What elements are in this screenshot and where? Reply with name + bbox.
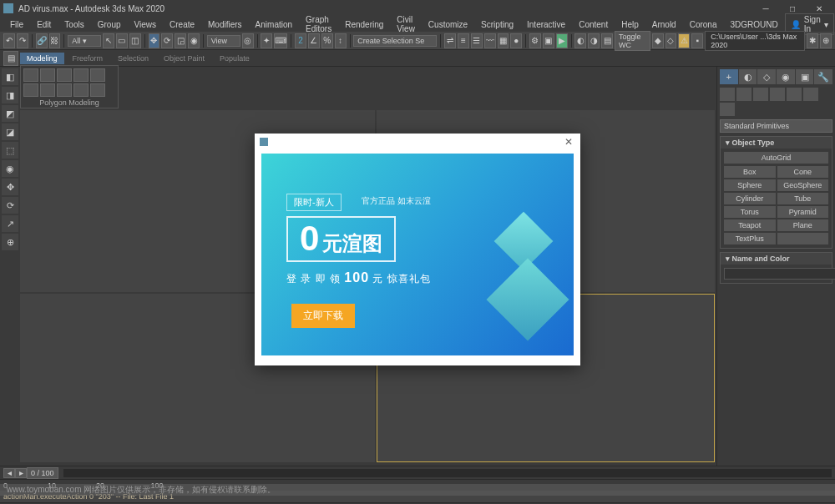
- menu-file[interactable]: File: [3, 18, 30, 31]
- create-tab[interactable]: +: [720, 69, 738, 84]
- keyboard-icon[interactable]: ⌨: [274, 33, 287, 48]
- menu-civil-view[interactable]: Civil View: [390, 13, 422, 35]
- poly-btn-6[interactable]: [23, 83, 38, 97]
- poly-btn-7[interactable]: [40, 83, 55, 97]
- menu-customize[interactable]: Customize: [422, 18, 474, 31]
- minimize-button[interactable]: ─: [753, 1, 778, 16]
- render-frame-icon[interactable]: ▣: [543, 33, 554, 48]
- menu-modifiers[interactable]: Modifiers: [201, 18, 249, 31]
- tab-modeling[interactable]: Modeling: [20, 53, 64, 64]
- timeline[interactable]: ◂ ▸ 0 / 100: [0, 466, 835, 479]
- menu-group[interactable]: Group: [91, 18, 128, 31]
- lt-icon-2[interactable]: ◨: [2, 87, 18, 103]
- prim-plane[interactable]: Plane: [777, 219, 829, 231]
- manipulate-icon[interactable]: ✦: [261, 33, 272, 48]
- layer-icon[interactable]: ☰: [471, 33, 483, 48]
- rotate-icon[interactable]: ⟳: [161, 33, 173, 48]
- lt-icon-4[interactable]: ◪: [2, 123, 18, 140]
- lt-icon-10[interactable]: ⊕: [2, 234, 18, 250]
- curve-editor-icon[interactable]: 〰: [484, 33, 496, 48]
- rollout-name-color[interactable]: ▾ Name and Color: [721, 253, 832, 265]
- menu-scripting[interactable]: Scripting: [474, 18, 520, 31]
- render-icon[interactable]: ▶: [556, 33, 568, 48]
- move-icon[interactable]: ✥: [149, 33, 160, 48]
- tool-d-icon[interactable]: ✱: [807, 33, 818, 48]
- poly-btn-2[interactable]: [40, 68, 55, 82]
- ribbon-toggle-icon[interactable]: ▤: [3, 51, 18, 66]
- menu-rendering[interactable]: Rendering: [338, 18, 390, 31]
- timeline-track[interactable]: [63, 469, 832, 477]
- corona-mat-icon[interactable]: ◑: [588, 33, 600, 48]
- menu-create[interactable]: Create: [163, 18, 201, 31]
- tab-object-paint[interactable]: Object Paint: [157, 53, 211, 64]
- popup-close-button[interactable]: ✕: [562, 135, 575, 149]
- poly-btn-4[interactable]: [73, 68, 89, 82]
- material-icon[interactable]: ●: [510, 33, 522, 48]
- pivot-icon[interactable]: ◎: [242, 33, 254, 48]
- corona-icon[interactable]: ◐: [574, 33, 586, 48]
- lt-icon-5[interactable]: ⬚: [2, 142, 18, 159]
- display-tab[interactable]: ▣: [796, 69, 814, 84]
- align-icon[interactable]: ≡: [458, 33, 469, 48]
- tab-selection[interactable]: Selection: [111, 53, 155, 64]
- menu-edit[interactable]: Edit: [30, 18, 58, 31]
- prim-tube[interactable]: Tube: [777, 193, 829, 204]
- prim-teapot[interactable]: Teapot: [724, 219, 776, 231]
- scale-icon[interactable]: ◲: [175, 33, 186, 48]
- ad-banner[interactable]: 限时-新人 官方正品 如末云渲 0 元渲图 登 录 即 领 100 元 惊喜礼包…: [261, 154, 574, 355]
- primitive-category[interactable]: Standard Primitives: [720, 119, 832, 133]
- helpers-icon[interactable]: [787, 88, 802, 101]
- hierarchy-tab[interactable]: ◇: [757, 69, 776, 84]
- prim-sphere[interactable]: Sphere: [724, 179, 776, 191]
- select-filter[interactable]: All ▾: [68, 35, 101, 47]
- modify-tab[interactable]: ◐: [739, 69, 757, 84]
- undo-icon[interactable]: ↶: [3, 33, 15, 48]
- autogrid-toggle[interactable]: AutoGrid: [724, 152, 828, 164]
- menu-tools[interactable]: Tools: [58, 18, 90, 31]
- ref-coord[interactable]: View: [207, 35, 240, 47]
- menu-graph-editors[interactable]: Graph Editors: [299, 13, 338, 35]
- motion-tab[interactable]: ◉: [777, 69, 795, 84]
- unlink-icon[interactable]: ⛓: [49, 33, 61, 48]
- menu-animation[interactable]: Animation: [249, 18, 299, 31]
- prim-pyramid[interactable]: Pyramid: [777, 206, 829, 218]
- poly-btn-9[interactable]: [73, 83, 89, 97]
- link-icon[interactable]: 🔗: [36, 33, 48, 48]
- shapes-icon[interactable]: [736, 88, 752, 101]
- menu-corona[interactable]: Corona: [683, 18, 724, 31]
- menu-arnold[interactable]: Arnold: [645, 18, 683, 31]
- cameras-icon[interactable]: [770, 88, 785, 101]
- poly-btn-1[interactable]: [23, 68, 38, 82]
- menu-content[interactable]: Content: [572, 18, 615, 31]
- corona-list-icon[interactable]: ▤: [601, 33, 613, 48]
- tool-a-icon[interactable]: ◆: [652, 33, 664, 48]
- systems-icon[interactable]: [720, 103, 735, 116]
- redo-icon[interactable]: ↷: [17, 33, 28, 48]
- menu-views[interactable]: Views: [128, 18, 164, 31]
- menu-3dground[interactable]: 3DGROUND: [723, 18, 784, 31]
- lt-icon-9[interactable]: ↗: [2, 215, 18, 232]
- tool-e-icon[interactable]: ⊕: [820, 33, 832, 48]
- toggle-wc[interactable]: Toggle WC: [615, 31, 650, 51]
- select-icon[interactable]: ↖: [103, 33, 114, 48]
- prim-textplus[interactable]: TextPlus: [724, 233, 776, 244]
- timeline-prev-icon[interactable]: ◂: [3, 468, 15, 478]
- tab-populate[interactable]: Populate: [213, 53, 256, 64]
- poly-btn-5[interactable]: [90, 68, 105, 82]
- lt-icon-8[interactable]: ⟳: [2, 197, 18, 214]
- timeline-next-icon[interactable]: ▸: [15, 468, 27, 478]
- rollout-object-type[interactable]: ▾ Object Type: [721, 137, 832, 149]
- menu-interactive[interactable]: Interactive: [520, 18, 572, 31]
- project-path[interactable]: C:\Users\User ...\3ds Max 2020: [705, 31, 805, 51]
- object-name-input[interactable]: [724, 268, 835, 280]
- prim-box[interactable]: Box: [724, 166, 776, 178]
- named-selection[interactable]: Create Selection Se: [353, 35, 437, 47]
- poly-btn-3[interactable]: [57, 68, 72, 82]
- tab-freeform[interactable]: Freeform: [66, 53, 110, 64]
- tool-b-icon[interactable]: ◇: [665, 33, 677, 48]
- lt-icon-7[interactable]: ✥: [2, 179, 18, 195]
- spinner-icon[interactable]: ↕: [335, 33, 347, 48]
- prim-cylinder[interactable]: Cylinder: [724, 193, 776, 204]
- space-warps-icon[interactable]: [803, 88, 818, 101]
- select-region-icon[interactable]: ◫: [129, 33, 141, 48]
